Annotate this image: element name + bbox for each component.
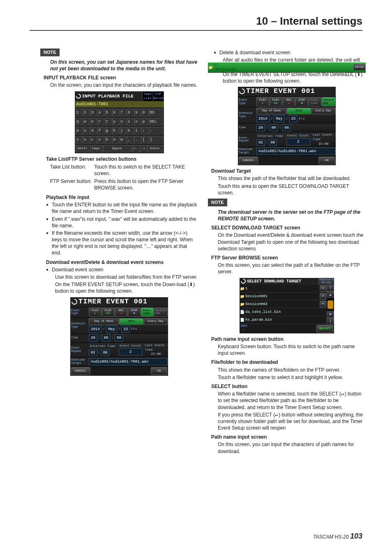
event-count-field[interactable]: 2 [119, 348, 143, 356]
key[interactable]: s [83, 127, 90, 135]
key[interactable]: 7 [120, 109, 127, 117]
day-of-week-button[interactable]: Day of Week [256, 108, 286, 114]
select-button[interactable]: SELECT [316, 325, 333, 333]
play-repeat-button[interactable]: PLAY⟲▸ [270, 97, 282, 106]
list-item[interactable]: 📁Session001➡ [240, 293, 327, 301]
key[interactable]: q [76, 118, 83, 126]
key[interactable]: k [127, 127, 134, 135]
interval-m[interactable]: 00 [269, 139, 277, 146]
day-of-week-button[interactable]: Day of Week [89, 318, 119, 325]
key[interactable]: o [134, 118, 141, 126]
day-field[interactable]: 23 [121, 326, 130, 333]
key-backspace[interactable]: BS [149, 109, 163, 117]
key[interactable]: z [76, 136, 83, 144]
key[interactable]: v [97, 136, 104, 144]
play-button[interactable]: PLAY▸ [256, 97, 269, 106]
key[interactable]: 4 [97, 109, 104, 117]
key-shift[interactable]: Shift [76, 145, 90, 153]
key[interactable]: 6 [112, 109, 119, 117]
download-target-field[interactable]: Audio001/Audio001-T001.wav [256, 148, 335, 155]
key[interactable]: a [76, 127, 83, 135]
key[interactable]: y [112, 118, 119, 126]
scroll-thumb[interactable] [327, 301, 333, 309]
take-list-tab[interactable]: Take List [142, 92, 153, 102]
key[interactable]: 9 [134, 109, 141, 117]
key[interactable]: ; [141, 127, 148, 135]
interval-m[interactable]: 00 [101, 349, 110, 356]
key[interactable]: t [105, 118, 112, 126]
key[interactable]: p [141, 118, 148, 126]
key-space[interactable]: Space [103, 145, 131, 153]
year-field[interactable]: 2014 [256, 115, 270, 123]
list-item[interactable]: 📁Session002➡ [240, 301, 327, 308]
date-button[interactable]: Date [287, 108, 311, 114]
key[interactable]: , [127, 136, 134, 144]
key-delete[interactable]: DEL [149, 118, 163, 126]
list-item[interactable]: 📄da_take_list.bin [240, 308, 327, 316]
key[interactable]: 0 [141, 109, 148, 117]
key[interactable]: 2 [83, 109, 90, 117]
key[interactable]: h [112, 127, 119, 135]
hour-field[interactable]: 20 [256, 124, 265, 132]
month-field[interactable]: May [274, 115, 284, 123]
key[interactable]: j [120, 127, 127, 135]
every-day-button[interactable]: Every Day [144, 318, 168, 325]
ftp-server-tab[interactable]: FTP Server [153, 92, 164, 102]
download-button[interactable]: Down- load [141, 308, 154, 317]
rec-button[interactable]: REC● [115, 308, 128, 317]
key[interactable]: . [134, 136, 141, 144]
hour-field[interactable]: 20 [89, 334, 97, 342]
month-field[interactable]: May [106, 326, 117, 333]
key[interactable]: m [120, 136, 127, 144]
second-field[interactable]: 00 [115, 334, 123, 342]
enter-arrow-icon[interactable]: ➡ [320, 293, 326, 300]
key[interactable]: d [90, 127, 97, 135]
delete-dl-button[interactable]: Delete &DL [154, 308, 168, 317]
stop-button[interactable]: STOP■ [295, 97, 308, 106]
event-count-field[interactable]: 2 [286, 138, 310, 146]
key[interactable]: r [97, 118, 104, 126]
key[interactable]: l [134, 127, 141, 135]
key[interactable]: [ [141, 136, 148, 144]
interval-h[interactable]: 02 [256, 139, 265, 146]
filename-field[interactable]: Audio001-T001 [75, 101, 164, 108]
key[interactable]: 8 [127, 109, 134, 117]
enter-button[interactable]: ENTER [353, 64, 365, 70]
list-item[interactable]: 📄hs_param.bin [240, 316, 327, 324]
stop-button[interactable]: STOP■ [128, 308, 141, 317]
cancel-button[interactable]: CANCEL [239, 157, 258, 164]
minute-field[interactable]: 00 [270, 124, 278, 132]
key-enter[interactable]: Enter [148, 145, 163, 153]
ok-button[interactable]: OK [318, 157, 335, 164]
scroll-top-icon[interactable]: ⤒ [327, 285, 334, 291]
scroll-bottom-icon[interactable]: ⤓ [327, 318, 334, 324]
delete-dl-button[interactable]: Delete &DL [322, 97, 335, 106]
key[interactable]: e [90, 118, 97, 126]
key[interactable]: ] [149, 136, 163, 144]
key[interactable]: c [90, 136, 97, 144]
key[interactable]: i [127, 118, 134, 126]
key[interactable]: n [112, 136, 119, 144]
key[interactable]: w [83, 118, 90, 126]
interval-h[interactable]: 02 [89, 349, 97, 356]
scroll-down-icon[interactable]: ▼ [327, 311, 334, 318]
every-day-button[interactable]: Every Day [311, 108, 335, 114]
enter-arrow-icon[interactable]: ➡ [320, 301, 326, 308]
key[interactable]: 5 [105, 109, 112, 117]
key[interactable]: u [120, 118, 127, 126]
download-target-field[interactable]: Audio001/Audio001-T001.wav [89, 358, 168, 365]
date-button[interactable]: Date [119, 318, 143, 325]
ok-button[interactable]: OK [151, 367, 167, 375]
year-field[interactable]: 2014 [89, 326, 102, 333]
keyboard-screen-tab[interactable]: Keyboard Screen [318, 278, 334, 285]
play-repeat-button[interactable]: PLAY⟲▸ [102, 308, 115, 317]
rec-button[interactable]: REC● [283, 97, 295, 106]
scroll-up-icon[interactable]: ▲ [327, 291, 334, 298]
enter-arrow-icon[interactable]: ➡ [320, 285, 326, 292]
download-button[interactable]: Down- load [309, 97, 321, 106]
key[interactable]: 3 [90, 109, 97, 117]
scrollbar[interactable]: ⤒ ▲ ▼ ⤓ [327, 285, 334, 324]
cancel-button[interactable]: CANCEL [71, 367, 90, 375]
key-right[interactable]: -> [140, 145, 147, 153]
day-field[interactable]: 23 [289, 115, 297, 123]
